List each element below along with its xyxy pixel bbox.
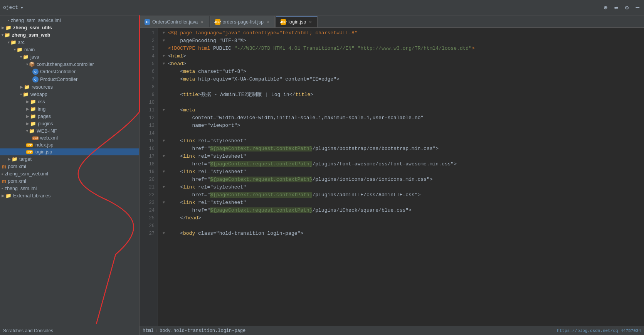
- sidebar-item-web[interactable]: ▾📁zheng_ssm_web: [0, 31, 139, 39]
- tab-close-login[interactable]: ×: [308, 20, 312, 24]
- minimize-icon[interactable]: —: [634, 3, 641, 12]
- tree-label-main: main: [24, 47, 35, 52]
- code-text-12: content="width=device-width,initial-scal…: [168, 114, 424, 122]
- tree-arrow-ext-libs[interactable]: ▶: [2, 194, 5, 198]
- sidebar-item-main-iml[interactable]: ▪zheng_ssm.iml: [0, 185, 139, 192]
- sidebar-item-ext-libs[interactable]: ▶📁External Libraries: [0, 192, 139, 199]
- breadcrumb-item-0[interactable]: html: [143, 328, 154, 333]
- tab-close-orders-list[interactable]: ×: [266, 20, 270, 24]
- sidebar-item-resources[interactable]: ▶📁resources: [0, 83, 139, 91]
- line-number-4: 4: [140, 52, 155, 60]
- sidebar-item-plugins[interactable]: ▶📁plugins: [0, 120, 139, 127]
- tree-arrow-plugins[interactable]: ▶: [26, 121, 29, 126]
- sidebar-item-pom2[interactable]: mpom.xml: [0, 177, 139, 185]
- fold-icon-4[interactable]: ▼: [163, 52, 168, 60]
- sidebar-item-webinf[interactable]: ▾📁WEB-INF: [0, 127, 139, 135]
- tree-arrow-src[interactable]: ▾: [8, 40, 10, 44]
- fold-icon-23[interactable]: ▼: [163, 199, 168, 207]
- tree-arrow-resources[interactable]: ▶: [20, 85, 23, 89]
- tree-arrow-controller-pkg[interactable]: ▾: [26, 62, 28, 66]
- code-text-22: href="${pageContext.request.contextPath}…: [168, 191, 420, 199]
- tab-icon-orders-list: JSP: [215, 19, 220, 25]
- sidebar-item-main[interactable]: ▾📁main: [0, 46, 139, 53]
- tree-arrow-webinf[interactable]: ▾: [26, 129, 28, 133]
- line-number-2: 2: [140, 37, 155, 45]
- sidebar-item-web-iml[interactable]: ▪zheng_ssm_web.iml: [0, 170, 139, 177]
- tab-orders[interactable]: COrdersController.java×: [140, 16, 209, 27]
- sidebar-item-utils[interactable]: ▶📁zheng_ssm_utils: [0, 24, 139, 31]
- icon-img: 📁: [30, 106, 36, 112]
- tree-arrow-css[interactable]: ▶: [26, 99, 29, 104]
- code-content[interactable]: ▼<%@ page language="java" contentType="t…: [158, 28, 644, 326]
- sidebar-item-loginjsp[interactable]: JSPlogin.jsp: [0, 148, 139, 155]
- tree-label-service-iml: zheng_ssm_service.iml: [11, 18, 61, 23]
- tree-label-product-ctrl: ProductController: [40, 77, 77, 82]
- sidebar-item-indexjsp[interactable]: JSPindex.jsp: [0, 141, 139, 148]
- status-bar: Scratches and Consoles: [0, 326, 139, 335]
- fold-icon-2[interactable]: ▼: [163, 37, 168, 45]
- fold-icon-5[interactable]: ▼: [163, 60, 168, 68]
- code-editor: 1234567891011121314151617181920212223242…: [140, 28, 644, 326]
- sidebar-item-controller-pkg[interactable]: ▾📦com.itzheng.ssm.controller: [0, 61, 139, 68]
- code-text-13: name="viewport">: [168, 122, 240, 130]
- tree-arrow-target[interactable]: ▶: [8, 157, 11, 161]
- dropdown-arrow[interactable]: ▾: [20, 5, 24, 11]
- fold-icon-15[interactable]: ▼: [163, 137, 168, 145]
- split-icon[interactable]: ⇌: [613, 3, 620, 12]
- sidebar-item-webapp[interactable]: ▾📁webapp: [0, 91, 139, 98]
- sidebar-item-service-iml[interactable]: ▪zheng_ssm_service.iml: [0, 17, 139, 24]
- line-number-17: 17: [140, 153, 155, 160]
- code-text-5: <head>: [168, 60, 186, 68]
- sidebar-item-css[interactable]: ▶📁css: [0, 98, 139, 105]
- sidebar-item-pomxml[interactable]: mpom.xml: [0, 163, 139, 170]
- tree-label-web: zheng_ssm_web: [12, 32, 50, 38]
- tree-arrow-utils[interactable]: ▶: [2, 25, 5, 30]
- sidebar-item-img[interactable]: ▶📁img: [0, 105, 139, 113]
- tree-label-controller-pkg: com.itzheng.ssm.controller: [37, 62, 94, 67]
- sidebar-item-pages[interactable]: ▶📁pages: [0, 113, 139, 120]
- sidebar-tree[interactable]: ▪zheng_ssm_service.iml▶📁zheng_ssm_utils▾…: [0, 15, 139, 326]
- code-text-20: href="${pageContext.request.contextPath}…: [168, 176, 433, 183]
- icon-ext-libs: 📁: [5, 193, 12, 199]
- sidebar-item-target[interactable]: ▶📁target: [0, 155, 139, 163]
- code-line-15: ▼ <link rel="stylesheet": [163, 137, 644, 145]
- line-number-18: 18: [140, 160, 155, 168]
- tab-orders-list[interactable]: JSPorders-page-list.jsp×: [210, 16, 275, 27]
- sidebar-item-product-ctrl[interactable]: CProductController: [0, 76, 139, 83]
- code-text-9: <title>数据 - AdminLTE2定制版 | Log in</title…: [168, 91, 313, 99]
- sidebar-item-webxml[interactable]: xmlweb.xml: [0, 135, 139, 141]
- tree-arrow-web[interactable]: ▾: [2, 33, 3, 37]
- fold-icon-11[interactable]: ▼: [163, 106, 168, 114]
- sidebar-item-orders-ctrl[interactable]: COrdersController: [0, 68, 139, 76]
- tree-arrow-pages[interactable]: ▶: [26, 114, 29, 118]
- line-numbers: 1234567891011121314151617181920212223242…: [140, 28, 158, 326]
- code-text-18: href="${pageContext.request.contextPath}…: [168, 160, 457, 168]
- tree-arrow-main[interactable]: ▾: [14, 47, 16, 52]
- tab-close-orders[interactable]: ×: [200, 20, 204, 24]
- icon-indexjsp: JSP: [26, 143, 33, 147]
- breadcrumb-item-1[interactable]: body.hold-transition.login-page: [160, 328, 245, 333]
- code-text-21: <link rel="stylesheet": [168, 183, 246, 191]
- icon-target: 📁: [12, 156, 18, 162]
- line-number-10: 10: [140, 99, 155, 106]
- settings-icon[interactable]: ⚙: [624, 3, 631, 12]
- code-text-15: <link rel="stylesheet": [168, 137, 246, 145]
- fold-icon-27[interactable]: ▼: [163, 230, 168, 237]
- fold-icon-21[interactable]: ▼: [163, 183, 168, 191]
- sidebar-item-src[interactable]: ▾📁src: [0, 39, 139, 46]
- tab-bar: COrdersController.java×JSPorders-page-li…: [140, 15, 644, 28]
- add-icon[interactable]: ⊕: [602, 3, 609, 12]
- tree-arrow-img[interactable]: ▶: [26, 107, 29, 111]
- fold-icon-1[interactable]: ▼: [163, 29, 168, 37]
- fold-icon-17[interactable]: ▼: [163, 153, 168, 160]
- tree-arrow-java[interactable]: ▾: [20, 55, 22, 59]
- icon-css: 📁: [30, 99, 36, 104]
- line-number-15: 15: [140, 137, 155, 145]
- line-number-14: 14: [140, 130, 155, 137]
- fold-icon-19[interactable]: ▼: [163, 168, 168, 176]
- line-number-9: 9: [140, 91, 155, 99]
- tab-login[interactable]: JSPlogin.jsp×: [276, 16, 317, 27]
- tree-arrow-webapp[interactable]: ▾: [20, 92, 22, 96]
- code-text-2: pageEncoding="UTF-8"%>: [168, 37, 246, 45]
- sidebar-item-java[interactable]: ▾📁java: [0, 53, 139, 61]
